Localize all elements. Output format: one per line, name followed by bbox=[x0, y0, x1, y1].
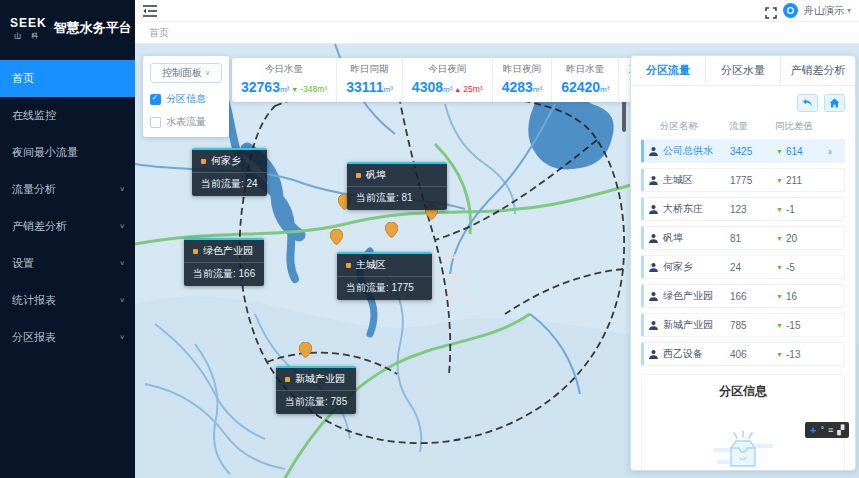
table-row[interactable]: 西乙设备 406 ▼ -13 › bbox=[641, 342, 845, 366]
sidebar-item-label: 分区报表 bbox=[12, 330, 56, 345]
marker-tool-icon[interactable]: ° bbox=[820, 426, 824, 435]
trend-down-icon: ▼ bbox=[776, 264, 786, 271]
tooltip-value-label: 当前流量: bbox=[346, 282, 389, 293]
trend-down-icon: ▼ bbox=[776, 235, 786, 242]
sidebar-item-nrw-analysis[interactable]: 产销差分析 ∨ bbox=[0, 208, 135, 245]
chevron-right-icon: › bbox=[828, 145, 838, 157]
table-row[interactable]: 矾埠 81 ▼ 20 › bbox=[641, 226, 845, 250]
sidebar-menu: 首页 在线监控 夜间最小流量 流量分析 ∨ 产销差分析 ∨ 设置 ∨ 统计报表 bbox=[0, 60, 135, 356]
user-name: 舟山演示 bbox=[804, 4, 844, 18]
partition-info-title: 分区信息 bbox=[719, 383, 767, 400]
partition-icon bbox=[644, 262, 663, 273]
stat-unit: m³ bbox=[280, 85, 289, 94]
table-row[interactable]: 大桥东庄 123 ▼ -1 › bbox=[641, 197, 845, 221]
sidebar-item-label: 首页 bbox=[12, 71, 34, 86]
sidebar-item-partition-report[interactable]: 分区报表 ∨ bbox=[0, 319, 135, 356]
table-row[interactable]: 何家乡 24 ▼ -5 › bbox=[641, 255, 845, 279]
checkbox-partition-info[interactable]: 分区信息 bbox=[150, 92, 222, 106]
caret-down-icon: ▾ bbox=[847, 6, 851, 15]
tooltip-dot-icon bbox=[201, 159, 206, 164]
tooltip-value-label: 当前流量: bbox=[201, 178, 244, 189]
control-panel: 控制面板 ∨ 分区信息 水表流量 bbox=[143, 56, 229, 137]
app-root: SEEK 山 科 智慧水务平台 首页 在线监控 夜间最小流量 流量分析 ∨ 产销… bbox=[0, 0, 859, 478]
stat-value: 62420 bbox=[561, 79, 600, 95]
sidebar-item-flow-analysis[interactable]: 流量分析 ∨ bbox=[0, 171, 135, 208]
tab-nrw-analysis[interactable]: 产销差分析 bbox=[781, 56, 855, 85]
avatar[interactable] bbox=[783, 3, 798, 18]
partition-icon bbox=[644, 146, 663, 157]
sidebar-item-label: 在线监控 bbox=[12, 108, 56, 123]
tab-partition-volume[interactable]: 分区水量 bbox=[706, 56, 781, 85]
table-row[interactable]: 新城产业园 785 ▼ -15 › bbox=[641, 313, 845, 337]
content: 何家乡 当前流量: 24 矾埠 当前流量: 81 绿色产业园 当前流量: 166… bbox=[135, 44, 859, 478]
breadcrumb: 首页 bbox=[135, 22, 859, 44]
stat-unit: m³ bbox=[443, 85, 452, 94]
map-marker[interactable] bbox=[299, 342, 312, 358]
tooltip-name: 何家乡 bbox=[211, 154, 241, 168]
sidebar-item-settings[interactable]: 设置 ∨ bbox=[0, 245, 135, 282]
fullscreen-icon[interactable] bbox=[765, 5, 777, 17]
partition-icon bbox=[644, 233, 663, 244]
tooltip-name: 绿色产业园 bbox=[203, 244, 253, 258]
user-menu[interactable]: 舟山演示 ▾ bbox=[804, 4, 851, 18]
tooltip-name: 新城产业园 bbox=[295, 372, 345, 386]
chevron-down-icon: ∨ bbox=[119, 186, 125, 193]
stat-unit: m³ bbox=[384, 85, 393, 94]
home-button[interactable] bbox=[824, 94, 845, 112]
sidebar-item-label: 统计报表 bbox=[12, 293, 56, 308]
sidebar-item-night-min-flow[interactable]: 夜间最小流量 bbox=[0, 134, 135, 171]
stat-unit: m³ bbox=[600, 85, 609, 94]
checkbox-label: 分区信息 bbox=[166, 92, 206, 106]
sidebar-item-home[interactable]: 首页 bbox=[0, 60, 135, 97]
crosshair-icon[interactable]: + bbox=[810, 425, 816, 436]
menu-fold-icon[interactable] bbox=[143, 4, 159, 18]
tooltip-value: 1775 bbox=[392, 282, 414, 293]
legend-tool-icon[interactable]: ≡ bbox=[828, 426, 833, 435]
map-tooltip-new-city-park: 新城产业园 当前流量: 785 bbox=[276, 366, 356, 414]
stat-delta: -348m³ bbox=[300, 84, 327, 94]
app-title: 智慧水务平台 bbox=[54, 19, 132, 37]
sidebar: SEEK 山 科 智慧水务平台 首页 在线监控 夜间最小流量 流量分析 ∨ 产销… bbox=[0, 0, 135, 478]
panel-toolbar bbox=[631, 86, 855, 117]
stat-yesterday-same-period: 昨日同期 33111m³ bbox=[337, 58, 403, 102]
stats-bar: 今日水量 32763m³▼-348m³ 昨日同期 33111m³ 今日夜间 43… bbox=[232, 58, 675, 102]
checkbox-meter-flow[interactable]: 水表流量 bbox=[150, 115, 222, 129]
main-area: 舟山演示 ▾ 首页 bbox=[135, 0, 859, 478]
stat-unit: m³ bbox=[533, 85, 542, 94]
control-panel-button[interactable]: 控制面板 ∨ bbox=[150, 63, 222, 83]
partition-icon bbox=[644, 349, 663, 360]
tooltip-value-label: 当前流量: bbox=[285, 396, 328, 407]
topbar-right: 舟山演示 ▾ bbox=[765, 3, 851, 18]
back-button[interactable] bbox=[797, 94, 818, 112]
map-tooltip-hejiaxiang: 何家乡 当前流量: 24 bbox=[192, 148, 267, 196]
stat-value: 4283 bbox=[502, 79, 533, 95]
sidebar-item-label: 流量分析 bbox=[12, 182, 56, 197]
table-row[interactable]: 绿色产业园 166 ▼ 16 › bbox=[641, 284, 845, 308]
table-header: 分区名称 流量 同比差值 bbox=[641, 117, 845, 139]
chevron-down-icon: ∨ bbox=[205, 69, 210, 77]
topbar: 舟山演示 ▾ bbox=[135, 0, 859, 22]
tab-partition-flow[interactable]: 分区流量 bbox=[631, 56, 706, 85]
logo: SEEK 山 科 智慧水务平台 bbox=[0, 0, 135, 56]
logo-mark: SEEK 山 科 bbox=[10, 16, 47, 41]
map-marker[interactable] bbox=[385, 222, 398, 238]
sidebar-item-statistics-report[interactable]: 统计报表 ∨ bbox=[0, 282, 135, 319]
table-row[interactable]: 主城区 1775 ▼ 211 › bbox=[641, 168, 845, 192]
partition-icon bbox=[644, 204, 663, 215]
partition-icon bbox=[644, 320, 663, 331]
stat-value: 33111 bbox=[346, 79, 383, 95]
chevron-down-icon: ∨ bbox=[119, 297, 125, 304]
trend-down-icon: ▼ bbox=[776, 206, 786, 213]
map-tooltip-fanbu: 矾埠 当前流量: 81 bbox=[347, 162, 447, 210]
map-marker[interactable] bbox=[330, 229, 343, 245]
chevron-down-icon: ∨ bbox=[119, 223, 125, 230]
tooltip-value: 785 bbox=[331, 396, 348, 407]
sidebar-item-online-monitoring[interactable]: 在线监控 bbox=[0, 97, 135, 134]
tooltip-name: 主城区 bbox=[356, 258, 386, 272]
layers-tool-icon[interactable]: ▞ bbox=[837, 426, 844, 435]
checkbox-unchecked-icon bbox=[150, 117, 161, 128]
partition-icon bbox=[644, 175, 663, 186]
stat-value: 4308 bbox=[412, 79, 443, 95]
table-row[interactable]: 公司总供水 3425 ▼ 614 › bbox=[641, 139, 845, 163]
tooltip-name: 矾埠 bbox=[366, 168, 386, 182]
